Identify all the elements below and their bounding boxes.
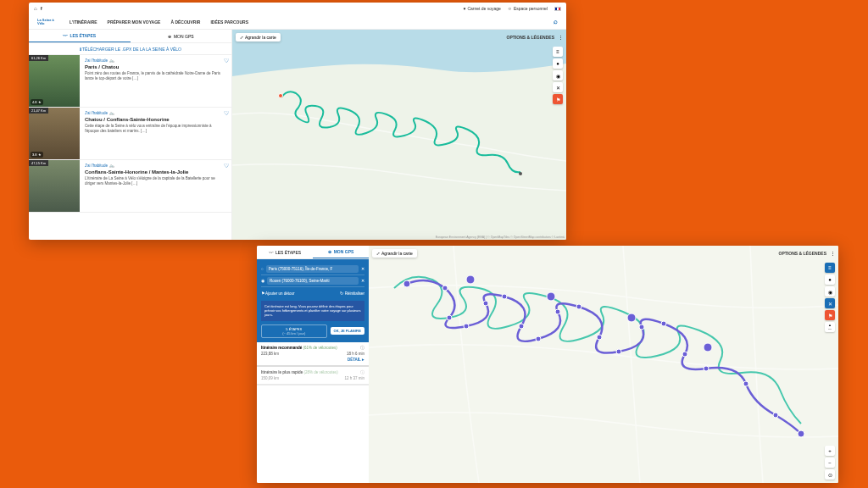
zoom-out-button[interactable]: − (825, 458, 835, 468)
espace-link[interactable]: ☺ Espace personnel (508, 6, 548, 11)
svg-point-5 (447, 315, 452, 320)
expand-map-button[interactable]: ⤢Agrandir la carte (236, 33, 281, 42)
steps-selector[interactable]: 5 ÉTAPES(~ 45 km / jour) (261, 324, 327, 338)
origin-icon: ○ (261, 267, 264, 271)
elevation-icon[interactable]: ▲— (825, 322, 835, 332)
tab-etapes[interactable]: 〰 LES ÉTAPES (29, 30, 131, 42)
svg-point-24 (627, 313, 636, 322)
result-recommended[interactable]: Itinéraire recommandé (61% de véloroutes… (257, 342, 369, 367)
svg-rect-2 (369, 246, 838, 483)
plan-button[interactable]: OK, JE PLANIFIE (331, 327, 364, 335)
search-icon[interactable]: ⌕ (554, 18, 558, 25)
svg-point-18 (704, 366, 709, 371)
heart-icon[interactable]: ♡ (224, 163, 229, 169)
options-legends-button[interactable]: OPTIONS & LÉGENDES ⋮ (507, 35, 563, 40)
expand-icon: ⤢ (376, 251, 380, 256)
info-icon[interactable]: ⓘ (360, 346, 364, 350)
map[interactable]: ⤢Agrandir la carte OPTIONS & LÉGENDES ⋮ … (369, 246, 838, 483)
locate-button[interactable]: ⊙ (825, 469, 835, 480)
lang-flag-fr[interactable] (554, 7, 561, 11)
bike-icon: 🚲 (109, 58, 114, 63)
carnet-link[interactable]: ♥ Carnet de voyage (463, 6, 500, 11)
nav-preparer[interactable]: PRÉPARER MON VOYAGE (108, 19, 161, 25)
map-tools: ≡ ● ◉ ✕ ⚑ ▲— (825, 263, 835, 332)
route-form: ○Paris (75000-75116), Île-de-France, F✕ … (257, 259, 369, 342)
layers-icon[interactable]: ≡ (553, 47, 563, 57)
svg-point-4 (442, 286, 448, 291)
nav-idees[interactable]: IDÉES PARCOURS (210, 19, 248, 25)
map[interactable]: ⤢Agrandir la carte OPTIONS & LÉGENDES ⋮ … (232, 30, 566, 240)
heart-icon[interactable]: ♡ (224, 58, 229, 64)
window-itinerary: ⌂ f ♥ Carnet de voyage ☺ Espace personne… (29, 3, 566, 240)
zoom-controls: + − ⊙ (825, 446, 835, 480)
reset-button[interactable]: ↻ Réinitialiser (340, 291, 364, 296)
sidebar: 〰 LES ÉTAPES ⊕ MON GPS ⬇ TÉLÉCHARGER LE … (29, 30, 232, 240)
from-field[interactable]: ○Paris (75000-75116), Île-de-France, F✕ (261, 263, 364, 275)
map-canvas (232, 30, 566, 240)
svg-point-17 (682, 352, 687, 357)
detail-button[interactable]: DÉTAIL ▸ (348, 358, 364, 362)
window-gps: 〰 LES ÉTAPES ⊕ MON GPS ○Paris (75000-751… (257, 246, 838, 483)
options-legends-button[interactable]: OPTIONS & LÉGENDES ⋮ (779, 251, 835, 256)
svg-point-25 (704, 343, 712, 352)
svg-point-3 (403, 280, 410, 287)
stage-card[interactable]: 61,26 Km4.8 ★ ♡ J'ai l'habitude 🚲 Paris … (29, 55, 231, 108)
stage-card[interactable]: 21,47 Km3.8 ★ ♡ J'ai l'habitude 🚲 Chatou… (29, 108, 231, 160)
add-detour-button[interactable]: ⚑ Ajouter un détour (261, 289, 295, 298)
svg-point-7 (483, 301, 488, 306)
topbar: ⌂ f ♥ Carnet de voyage ☺ Espace personne… (29, 3, 566, 14)
tab-etapes[interactable]: 〰 LES ÉTAPES (257, 246, 313, 258)
sidebar-gps: 〰 LES ÉTAPES ⊕ MON GPS ○Paris (75000-751… (257, 246, 369, 483)
distance-badge: 61,26 Km (29, 55, 48, 61)
clear-icon[interactable]: ✕ (361, 267, 364, 271)
logo[interactable]: La Seine à Vélo (37, 16, 59, 28)
instagram-icon[interactable]: ⌂ (34, 6, 37, 11)
layers-icon[interactable]: ≡ (825, 263, 835, 273)
alert-icon[interactable]: ⚑ (553, 94, 563, 104)
main-nav: La Seine à Vélo L'ITINÉRAIRE PRÉPARER MO… (29, 14, 566, 30)
result-fastest[interactable]: Itinéraire le plus rapide (28% de véloro… (257, 367, 369, 385)
tab-mongps[interactable]: ⊕ MON GPS (131, 30, 232, 42)
tabs: 〰 LES ÉTAPES ⊕ MON GPS (257, 246, 369, 259)
stage-card[interactable]: 47,15 Km ♡ J'ai l'habitude 🚲 Conflans-Sa… (29, 160, 231, 213)
poi-icon[interactable]: ● (553, 58, 563, 69)
kebab-icon: ⋮ (559, 35, 563, 40)
stage-list: 61,26 Km4.8 ★ ♡ J'ai l'habitude 🚲 Paris … (29, 55, 231, 240)
food-icon[interactable]: ✕ (825, 298, 835, 308)
tip-box: Cet itinéraire est long. Vous pouvez déf… (261, 301, 364, 321)
zoom-in-button[interactable]: + (825, 446, 835, 456)
svg-point-9 (519, 324, 524, 329)
svg-point-19 (743, 381, 748, 386)
eye-icon[interactable]: ◉ (825, 286, 835, 297)
rating-badge: 4.8 ★ (31, 99, 43, 105)
to-field[interactable]: ◉Rouen (76000-76100), Seine-Mariti✕ (261, 275, 364, 287)
svg-point-21 (798, 430, 804, 437)
bike-icon: 🚲 (109, 111, 114, 115)
clear-icon[interactable]: ✕ (361, 279, 364, 283)
card-category: J'ai l'habitude 🚲 (85, 58, 226, 63)
nav-itineraire[interactable]: L'ITINÉRAIRE (70, 19, 97, 25)
map-tools: ≡ ● ◉ ✕ ⚑ (553, 47, 563, 104)
svg-point-16 (661, 321, 666, 326)
food-icon[interactable]: ✕ (553, 82, 563, 92)
svg-point-6 (464, 324, 469, 329)
nav-decouvrir[interactable]: À DÉCOUVRIR (170, 19, 200, 25)
svg-point-12 (576, 304, 581, 309)
kebab-icon: ⋮ (831, 251, 835, 256)
download-gpx-link[interactable]: ⬇ TÉLÉCHARGER LE .GPX DE LA LA SEINE À V… (29, 43, 231, 55)
svg-point-14 (616, 349, 621, 354)
expand-map-button[interactable]: ⤢Agrandir la carte (372, 249, 417, 258)
card-title: Paris / Chatou (85, 64, 226, 69)
destination-icon: ◉ (261, 279, 264, 283)
svg-point-10 (536, 336, 541, 341)
heart-icon[interactable]: ♡ (224, 110, 229, 117)
map-canvas (369, 246, 838, 483)
poi-icon[interactable]: ● (825, 274, 835, 285)
eye-icon[interactable]: ◉ (553, 70, 563, 80)
alert-icon[interactable]: ⚑ (825, 310, 835, 320)
start-pin-icon (278, 93, 283, 98)
bike-icon: 🚲 (109, 164, 114, 168)
facebook-icon[interactable]: f (41, 6, 42, 11)
tab-mongps[interactable]: ⊕ MON GPS (313, 246, 369, 258)
info-icon[interactable]: ⓘ (360, 370, 364, 374)
